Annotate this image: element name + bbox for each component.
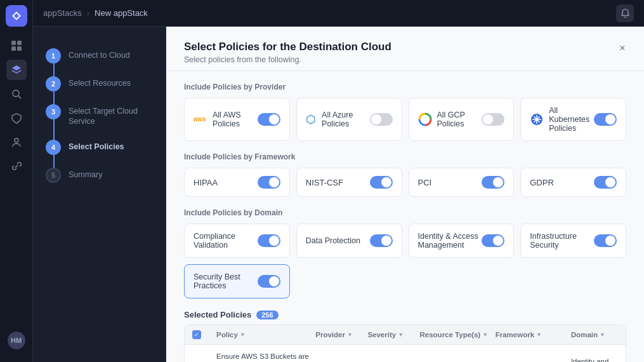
framework-pci-toggle[interactable]: [482, 176, 504, 189]
col-policy[interactable]: Policy ▼: [216, 331, 310, 339]
provider-k8s-label: All Kubernetes Policies: [549, 106, 594, 133]
policy-table: ✓ Policy ▼ Provider ▼ Severity ▼: [184, 325, 626, 362]
step-2-label: Select Resources: [69, 76, 131, 88]
domain-data-protection-label: Data Protection: [306, 236, 360, 245]
provider-gcp-label: All GCP Policies: [437, 111, 482, 128]
shield-icon[interactable]: [6, 108, 27, 128]
sidebar: HM: [0, 0, 33, 362]
provider-section-title: Include Policies by Provider: [184, 83, 626, 91]
domain-card-infra-security[interactable]: Infrastructure Security: [520, 224, 626, 258]
step-4: 4 Select Policies: [46, 133, 153, 161]
row-1-policy: Ensure AWS S3 Buckets are not world-list…: [216, 351, 310, 362]
topbar-separator: ›: [87, 8, 89, 18]
step-4-num: 4: [46, 140, 61, 155]
table-header: ✓ Policy ▼ Provider ▼ Severity ▼: [185, 325, 626, 345]
provider-azure-toggle[interactable]: [370, 113, 393, 126]
framework-card-gdpr[interactable]: GDPR: [520, 168, 626, 197]
select-all-checkbox[interactable]: ✓: [192, 330, 201, 339]
framework-filter-icon: ▼: [536, 332, 542, 338]
domain-iam-label: Identity & Access Management: [418, 232, 482, 250]
domain-section-title: Include Policies by Domain: [184, 208, 626, 217]
provider-card-aws[interactable]: aws All AWS Policies: [184, 98, 290, 141]
link-icon[interactable]: [6, 156, 27, 177]
step-1: 1 Connect to Cloud: [46, 42, 153, 70]
provider-aws-left: aws All AWS Policies: [194, 111, 258, 128]
svg-rect-1: [17, 41, 22, 45]
svg-rect-0: [11, 41, 16, 45]
col-domain[interactable]: Domain ▼: [571, 331, 618, 339]
domain-infra-security-toggle[interactable]: [594, 234, 617, 247]
domain-card-compliance[interactable]: Compliance Validation: [184, 224, 290, 258]
notification-button[interactable]: [616, 4, 634, 22]
framework-hipaa-toggle[interactable]: [258, 176, 280, 189]
col-check[interactable]: ✓: [192, 330, 211, 339]
modal-body: Include Policies by Provider aws All AWS…: [166, 71, 644, 362]
domain-iam-toggle[interactable]: [482, 234, 504, 247]
provider-grid: aws All AWS Policies ⬡ All Azure Policie…: [184, 98, 626, 141]
svg-rect-2: [11, 46, 16, 51]
modal-header: Select Policies for the Destination Clou…: [166, 27, 644, 71]
framework-gdpr-toggle[interactable]: [594, 176, 617, 189]
domain-compliance-label: Compliance Validation: [194, 232, 258, 250]
framework-card-nist[interactable]: NIST-CSF: [296, 168, 402, 197]
provider-filter-icon: ▼: [347, 332, 353, 338]
modal-close-button[interactable]: ×: [614, 39, 631, 57]
content-area: 1 Connect to Cloud 2 Select Resources 3 …: [33, 27, 644, 362]
step-2: 2 Select Resources: [46, 70, 153, 98]
modal-subtitle: Select policies from the following.: [184, 55, 626, 64]
search-icon[interactable]: [6, 84, 27, 104]
svg-line-5: [18, 96, 21, 98]
domain-compliance-toggle[interactable]: [258, 234, 280, 247]
framework-card-hipaa[interactable]: HIPAA: [184, 168, 290, 197]
domain-card-iam[interactable]: Identity & Access Management: [409, 224, 515, 258]
col-provider[interactable]: Provider ▼: [315, 331, 362, 339]
row-1-domain: Identity and Access Management: [571, 356, 618, 362]
col-framework[interactable]: Framework ▼: [496, 331, 566, 339]
person-icon[interactable]: [6, 132, 27, 152]
aws-logo-icon: aws: [194, 112, 207, 126]
framework-nist-label: NIST-CSF: [306, 178, 343, 187]
domain-card-data-protection[interactable]: Data Protection: [296, 224, 402, 258]
col-severity[interactable]: Severity ▼: [367, 331, 414, 339]
provider-gcp-toggle[interactable]: [482, 113, 504, 126]
selected-policies-title: Selected Policies: [184, 310, 251, 319]
resource-filter-icon: ▼: [482, 332, 488, 338]
provider-aws-label: All AWS Policies: [213, 111, 258, 128]
dashboard-icon[interactable]: [6, 36, 27, 56]
provider-aws-toggle[interactable]: [258, 113, 280, 126]
svg-rect-3: [17, 46, 22, 51]
framework-nist-toggle[interactable]: [370, 176, 393, 189]
provider-gcp-left: All GCP Policies: [418, 111, 482, 128]
provider-card-azure[interactable]: ⬡ All Azure Policies: [296, 98, 402, 141]
domain-grid: Compliance Validation Data Protection Id…: [184, 224, 626, 298]
provider-card-k8s[interactable]: All Kubernetes Policies: [520, 98, 626, 141]
selected-policies-header: Selected Policies 256: [184, 310, 626, 319]
step-4-label: Select Policies: [69, 140, 124, 152]
provider-k8s-toggle[interactable]: [594, 113, 617, 126]
domain-infra-security-label: Infrastructure Security: [530, 232, 594, 250]
modal-panel: Select Policies for the Destination Clou…: [166, 27, 644, 362]
step-5-num: 5: [46, 168, 61, 183]
framework-gdpr-label: GDPR: [530, 178, 554, 187]
domain-filter-icon: ▼: [600, 332, 605, 338]
domain-data-protection-toggle[interactable]: [370, 234, 393, 247]
topbar-app-link[interactable]: appStacks: [43, 8, 82, 18]
policy-sort-icon: ▼: [240, 332, 246, 338]
step-3: 3 Select Target Cloud Service: [46, 98, 153, 133]
selected-policies-badge: 256: [256, 311, 278, 319]
col-resource-type[interactable]: Resource Type(s) ▼: [420, 331, 490, 339]
page-wrapper: appStacks › New appStack 1 Connect to Cl…: [33, 0, 644, 362]
app-logo[interactable]: [6, 5, 27, 27]
domain-card-security-best[interactable]: Security Best Practices: [184, 264, 290, 298]
steps-panel: 1 Connect to Cloud 2 Select Resources 3 …: [33, 27, 166, 362]
topbar-right: [616, 4, 634, 22]
provider-azure-label: All Azure Policies: [322, 111, 369, 128]
layers-icon[interactable]: [6, 60, 27, 80]
svg-point-6: [15, 138, 18, 142]
provider-card-gcp[interactable]: All GCP Policies: [409, 98, 515, 141]
user-avatar[interactable]: HM: [8, 332, 25, 349]
topbar: appStacks › New appStack: [33, 0, 644, 27]
svg-point-4: [13, 90, 19, 97]
framework-card-pci[interactable]: PCI: [409, 168, 515, 197]
domain-security-best-toggle[interactable]: [258, 275, 280, 288]
